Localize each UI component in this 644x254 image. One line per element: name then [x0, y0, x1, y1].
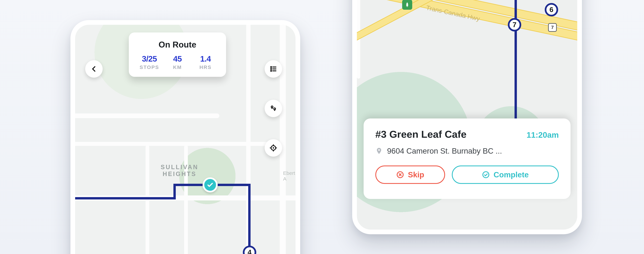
- svg-point-0: [271, 67, 272, 67]
- route-segment: [174, 184, 176, 199]
- route-stats: 3/25 STOPS 45 KM 1.4 HRS: [138, 54, 217, 70]
- svg-point-2: [271, 68, 272, 69]
- pins-icon: [270, 105, 277, 112]
- phone-right: Trans-Canada Hwy 6 7 7 #3 Green Leaf Caf…: [352, 0, 582, 234]
- check-circle-icon: [482, 171, 490, 179]
- stop-marker-6[interactable]: 6: [545, 3, 558, 16]
- map-area-label: SULLIVAN HEIGHTS: [161, 164, 198, 178]
- route-segment: [248, 184, 250, 254]
- stat-km-label: KM: [166, 64, 189, 70]
- phone-left: SULLIVAN HEIGHTS Ebert A BOO 4 5: [70, 20, 300, 254]
- skip-button[interactable]: Skip: [375, 165, 445, 184]
- x-circle-icon: [396, 171, 404, 179]
- route-segment: [70, 197, 176, 199]
- park-icon: [402, 0, 412, 10]
- stat-stops-value: 3/25: [138, 54, 161, 63]
- stat-hrs-label: HRS: [194, 64, 217, 70]
- stat-stops-label: STOPS: [138, 64, 161, 70]
- stat-stops: 3/25 STOPS: [138, 54, 161, 70]
- svg-rect-12: [407, 6, 408, 7]
- current-location-marker[interactable]: [202, 177, 218, 192]
- back-button[interactable]: [85, 60, 103, 78]
- location-pin-icon: [375, 147, 383, 155]
- check-icon: [206, 181, 214, 189]
- chevron-left-icon: [90, 65, 98, 73]
- list-button[interactable]: [265, 60, 282, 78]
- crosshair-icon: [270, 144, 277, 152]
- stat-hrs: 1.4 HRS: [194, 54, 217, 70]
- map-edge-label: Ebert A: [283, 170, 296, 182]
- stat-hrs-value: 1.4: [194, 54, 217, 63]
- tree-icon: [404, 2, 410, 7]
- stop-marker-4[interactable]: 4: [243, 246, 256, 254]
- svg-point-7: [273, 147, 274, 149]
- route-summary-card: On Route 3/25 STOPS 45 KM 1.4 HRS: [129, 32, 226, 77]
- stop-address: 9604 Cameron St. Burnaby BC ...: [387, 146, 502, 155]
- route-shield-7: 7: [548, 23, 557, 32]
- stat-km-value: 45: [166, 54, 189, 63]
- stop-eta: 11:20am: [526, 130, 559, 139]
- list-icon: [270, 65, 277, 73]
- skip-label: Skip: [408, 170, 424, 179]
- stop-detail-card: #3 Green Leaf Cafe 11:20am 9604 Cameron …: [364, 119, 570, 199]
- svg-point-14: [483, 172, 489, 178]
- route-card-title: On Route: [138, 40, 217, 50]
- complete-label: Complete: [494, 170, 529, 179]
- stops-button[interactable]: [265, 100, 282, 117]
- stop-marker-7[interactable]: 7: [508, 18, 521, 31]
- complete-button[interactable]: Complete: [452, 165, 559, 184]
- stop-title: #3 Green Leaf Cafe: [375, 128, 466, 140]
- recenter-button[interactable]: [265, 139, 282, 157]
- stat-km: 45 KM: [166, 54, 189, 70]
- svg-point-4: [271, 70, 272, 71]
